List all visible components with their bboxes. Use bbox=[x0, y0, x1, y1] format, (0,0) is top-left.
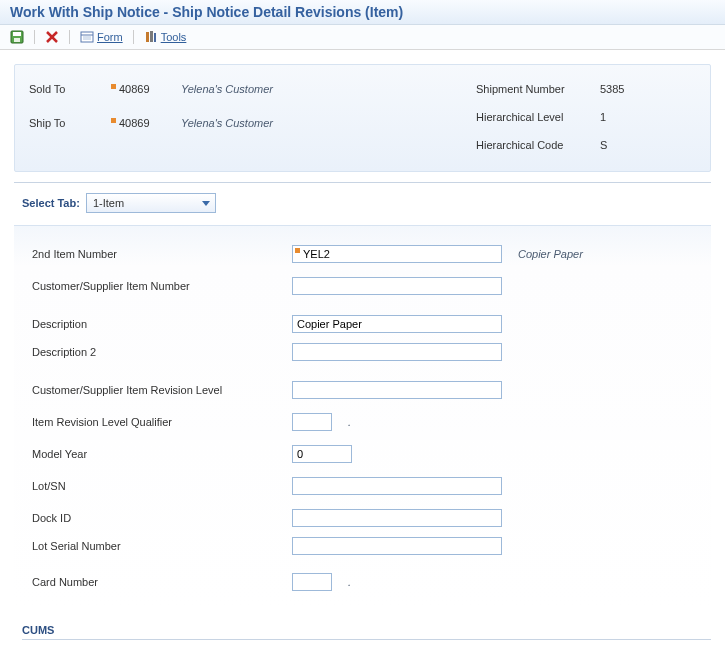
form-menu[interactable]: Form bbox=[76, 28, 127, 46]
description-input[interactable] bbox=[292, 315, 502, 333]
revision-qualifier-desc: . bbox=[348, 416, 351, 428]
hierarchical-code-value: S bbox=[596, 139, 607, 151]
divider bbox=[14, 182, 711, 183]
form-icon bbox=[80, 30, 94, 44]
revision-level-label: Customer/Supplier Item Revision Level bbox=[32, 384, 292, 396]
card-number-input[interactable] bbox=[292, 573, 332, 591]
lot-sn-label: Lot/SN bbox=[32, 480, 292, 492]
tools-menu-label: Tools bbox=[161, 31, 187, 43]
cust-supplier-item-label: Customer/Supplier Item Number bbox=[32, 280, 292, 292]
second-item-number-label: 2nd Item Number bbox=[32, 248, 292, 260]
svg-rect-2 bbox=[14, 38, 20, 42]
toolbar-separator bbox=[69, 30, 70, 44]
cancel-button[interactable] bbox=[41, 28, 63, 46]
ship-to-desc: Yelena's Customer bbox=[181, 117, 273, 129]
shipment-number-value: 5385 bbox=[596, 83, 624, 95]
svg-marker-12 bbox=[202, 201, 210, 206]
close-icon bbox=[45, 30, 59, 44]
hierarchical-level-label: Hierarchical Level bbox=[476, 111, 596, 123]
tools-icon bbox=[144, 30, 158, 44]
page-title: Work With Ship Notice - Ship Notice Deta… bbox=[0, 0, 725, 25]
card-number-label: Card Number bbox=[32, 576, 292, 588]
ship-to-label: Ship To bbox=[29, 117, 109, 129]
form-body: 2nd Item Number Copier Paper Customer/Su… bbox=[14, 225, 711, 610]
lot-serial-input[interactable] bbox=[292, 537, 502, 555]
svg-rect-11 bbox=[154, 33, 156, 42]
lot-serial-label: Lot Serial Number bbox=[32, 540, 292, 552]
second-item-number-input[interactable] bbox=[292, 245, 502, 263]
second-item-number-desc: Copier Paper bbox=[518, 248, 583, 260]
toolbar: Form Tools bbox=[0, 25, 725, 50]
save-icon bbox=[10, 30, 24, 44]
toolbar-separator bbox=[133, 30, 134, 44]
model-year-label: Model Year bbox=[32, 448, 292, 460]
dock-id-input[interactable] bbox=[292, 509, 502, 527]
form-menu-label: Form bbox=[97, 31, 123, 43]
sold-to-label: Sold To bbox=[29, 83, 109, 95]
revision-level-input[interactable] bbox=[292, 381, 502, 399]
ship-to-value: 40869 bbox=[109, 115, 157, 131]
tab-dropdown-value: 1-Item bbox=[93, 197, 124, 209]
revision-qualifier-label: Item Revision Level Qualifier bbox=[32, 416, 292, 428]
svg-rect-10 bbox=[150, 31, 153, 42]
description-label: Description bbox=[32, 318, 292, 330]
hierarchical-code-label: Hierarchical Code bbox=[476, 139, 596, 151]
sold-to-value: 40869 bbox=[109, 81, 157, 97]
sold-to-desc: Yelena's Customer bbox=[181, 83, 273, 95]
header-panel: Sold To 40869 Yelena's Customer Ship To … bbox=[14, 64, 711, 172]
toolbar-separator bbox=[34, 30, 35, 44]
card-number-desc: . bbox=[348, 576, 351, 588]
cust-supplier-item-input[interactable] bbox=[292, 277, 502, 295]
save-button[interactable] bbox=[6, 28, 28, 46]
cums-section-title: CUMS bbox=[22, 624, 711, 640]
svg-rect-1 bbox=[13, 32, 21, 36]
select-tab-label: Select Tab: bbox=[22, 197, 80, 209]
shipment-number-label: Shipment Number bbox=[476, 83, 596, 95]
tools-menu[interactable]: Tools bbox=[140, 28, 191, 46]
cums-section: CUM Quantity Shipped U/M . bbox=[0, 640, 725, 654]
chevron-down-icon bbox=[199, 196, 213, 210]
model-year-input[interactable] bbox=[292, 445, 352, 463]
dock-id-label: Dock ID bbox=[32, 512, 292, 524]
tab-dropdown[interactable]: 1-Item bbox=[86, 193, 216, 213]
description2-label: Description 2 bbox=[32, 346, 292, 358]
lot-sn-input[interactable] bbox=[292, 477, 502, 495]
revision-qualifier-input[interactable] bbox=[292, 413, 332, 431]
svg-rect-9 bbox=[146, 32, 149, 42]
description2-input[interactable] bbox=[292, 343, 502, 361]
hierarchical-level-value: 1 bbox=[596, 111, 606, 123]
